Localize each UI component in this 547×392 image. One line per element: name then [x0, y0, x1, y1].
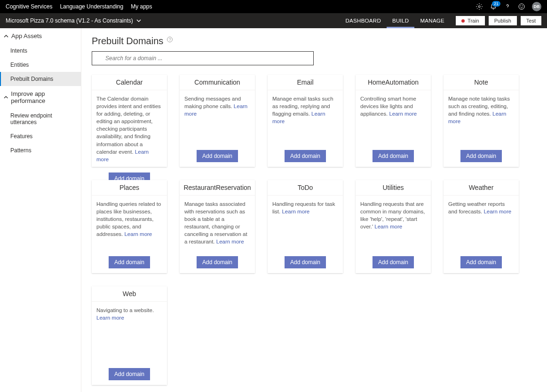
search-input[interactable]: [92, 51, 314, 65]
domain-description: Manage email tasks such as reading, repl…: [268, 90, 343, 145]
domain-title: HomeAutomation: [356, 75, 431, 90]
domain-card: HomeAutomationControlling smart home dev…: [356, 75, 431, 167]
svg-point-2: [521, 6, 521, 6]
avatar[interactable]: DB: [532, 2, 541, 11]
train-button[interactable]: Train: [456, 16, 485, 25]
domain-description: Controlling smart home devices like ligh…: [356, 90, 431, 145]
domain-title: RestaurantReservation: [180, 180, 255, 196]
learn-more-link[interactable]: Learn more: [96, 315, 124, 321]
domain-description: The Calendar domain provides intent and …: [92, 90, 167, 168]
learn-more-link[interactable]: Learn more: [282, 209, 309, 214]
sidebar-item-patterns[interactable]: Patterns: [0, 143, 81, 157]
domain-description: Handling queries related to places like …: [92, 196, 167, 251]
sidebar-item-features[interactable]: Features: [0, 129, 81, 143]
learn-more-link[interactable]: Learn more: [374, 224, 402, 229]
domain-card: NoteManage note taking tasks such as cre…: [444, 75, 519, 167]
sidebar-item-intents[interactable]: Intents: [0, 44, 81, 58]
domain-title: Note: [444, 75, 519, 90]
svg-point-3: [523, 6, 523, 6]
add-domain-button[interactable]: Add domain: [109, 256, 150, 268]
feedback-icon[interactable]: [518, 3, 525, 10]
tab-dashboard[interactable]: DASHBOARD: [340, 13, 387, 28]
svg-point-0: [478, 6, 480, 8]
domain-title: Web: [92, 286, 167, 302]
domain-card: CommunicationSending messages and making…: [180, 75, 255, 167]
domain-card: WeatherGetting weather reports and forec…: [444, 180, 519, 273]
domain-card: CalendarThe Calendar domain provides int…: [92, 75, 167, 167]
nav-my-apps[interactable]: My apps: [131, 3, 152, 10]
chevron-up-icon: [4, 95, 8, 100]
add-domain-button[interactable]: Add domain: [109, 368, 150, 380]
add-domain-button[interactable]: Add domain: [285, 256, 326, 268]
domain-title: Weather: [444, 180, 519, 196]
learn-more-link[interactable]: Learn more: [484, 209, 511, 214]
chevron-down-icon: [136, 18, 142, 24]
chevron-up-icon: [4, 34, 8, 39]
tab-build[interactable]: BUILD: [387, 13, 414, 28]
nav-language-understanding[interactable]: Language Understanding: [60, 3, 123, 10]
add-domain-button[interactable]: Add domain: [285, 150, 326, 162]
project-name: Microsoft Pizza 7.0 schema (V1.2 - As Co…: [6, 17, 133, 24]
test-button[interactable]: Test: [521, 16, 541, 25]
domain-description: Handling requests for task list. Learn m…: [268, 196, 343, 251]
help-icon[interactable]: [504, 3, 511, 10]
domain-card: UtilitiesHandling requests that are comm…: [356, 180, 431, 273]
domain-description: Getting weather reports and forecasts. L…: [444, 196, 519, 251]
domain-description: Manage tasks associated with reservation…: [180, 196, 255, 251]
settings-icon[interactable]: [476, 3, 483, 10]
domain-title: Communication: [180, 75, 255, 90]
nav-cognitive-services[interactable]: Cognitive Services: [6, 3, 52, 10]
help-tooltip-icon[interactable]: ?: [167, 37, 173, 42]
domain-card: PlacesHandling queries related to places…: [92, 180, 167, 273]
domain-card: ToDoHandling requests for task list. Lea…: [268, 180, 343, 273]
learn-more-link[interactable]: Learn more: [216, 239, 244, 244]
tab-bar: Microsoft Pizza 7.0 schema (V1.2 - As Co…: [0, 13, 547, 28]
page-title: Prebuilt Domains ?: [92, 36, 537, 47]
learn-more-link[interactable]: Learn more: [389, 111, 417, 117]
svg-point-1: [519, 4, 524, 9]
add-domain-button[interactable]: Add domain: [373, 150, 414, 162]
learn-more-link[interactable]: Learn more: [124, 231, 152, 237]
notification-badge: 21: [492, 1, 500, 7]
sidebar-item-review-utterances[interactable]: Review endpoint utterances: [0, 109, 81, 129]
domain-card: RestaurantReservationManage tasks associ…: [180, 180, 255, 273]
domain-card: WebNavigating to a website. Learn moreAd…: [92, 286, 167, 385]
sidebar-group-app-assets[interactable]: App Assets: [0, 28, 81, 44]
domain-title: ToDo: [268, 180, 343, 196]
publish-button[interactable]: Publish: [489, 16, 517, 25]
add-domain-button[interactable]: Add domain: [460, 256, 502, 268]
add-domain-button[interactable]: Add domain: [373, 256, 414, 268]
add-domain-button[interactable]: Add domain: [460, 150, 502, 162]
notifications-icon[interactable]: 21: [490, 3, 497, 10]
domain-title: Utilities: [356, 180, 431, 196]
domain-description: Manage note taking tasks such as creatin…: [444, 90, 519, 145]
add-domain-button[interactable]: Add domain: [197, 150, 238, 162]
sidebar: App Assets Intents Entities Prebuilt Dom…: [0, 28, 81, 392]
top-bar: Cognitive Services Language Understandin…: [0, 0, 547, 13]
project-picker[interactable]: Microsoft Pizza 7.0 schema (V1.2 - As Co…: [6, 13, 142, 28]
domain-title: Places: [92, 180, 167, 196]
sidebar-group-improve[interactable]: Improve app performance: [0, 86, 81, 109]
domain-card: EmailManage email tasks such as reading,…: [268, 75, 343, 167]
add-domain-button[interactable]: Add domain: [197, 256, 238, 268]
train-status-icon: [461, 19, 465, 23]
domain-description: Sending messages and making phone calls.…: [180, 90, 255, 145]
domain-description: Handling requests that are common in man…: [356, 196, 431, 251]
domain-description: Navigating to a website. Learn more: [92, 302, 167, 363]
tab-manage[interactable]: MANAGE: [414, 13, 450, 28]
domain-title: Email: [268, 75, 343, 90]
domain-title: Calendar: [92, 75, 167, 90]
sidebar-item-prebuilt-domains[interactable]: Prebuilt Domains: [0, 72, 81, 86]
sidebar-item-entities[interactable]: Entities: [0, 58, 81, 72]
